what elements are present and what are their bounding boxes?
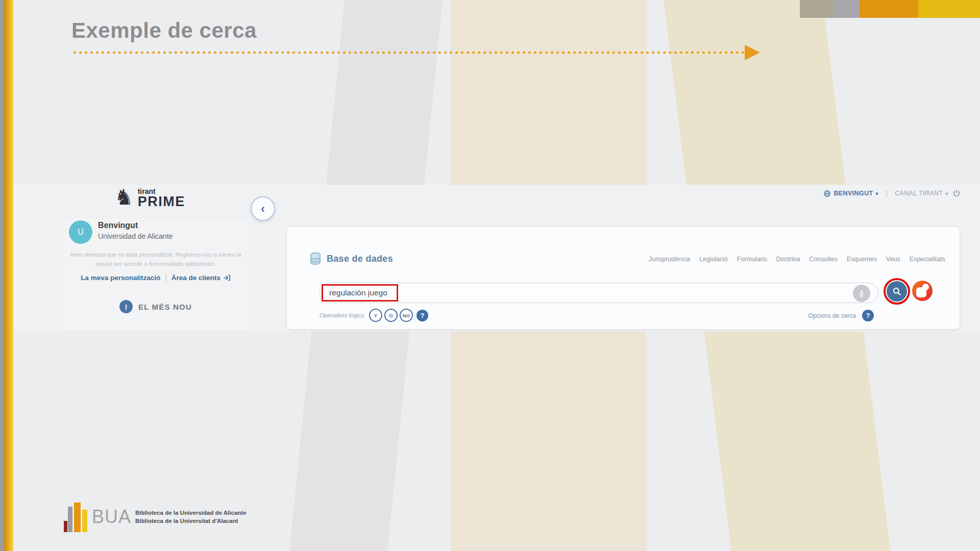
new-badge-icon: !	[119, 300, 133, 313]
bua-library-logo: BUA Biblioteca de la Universidad de Alic…	[63, 503, 247, 533]
knight-logo-icon: ♞	[114, 186, 134, 209]
power-icon	[952, 189, 961, 197]
microphone-icon	[857, 289, 866, 297]
annotation-box-query	[322, 284, 398, 302]
clients-area-link[interactable]: Àrea de clients	[172, 274, 231, 282]
my-personalization-link[interactable]: La meva personalització	[81, 274, 160, 282]
avatar-letter: U	[78, 228, 84, 237]
nav-item-doctrina[interactable]: Doctrina	[776, 256, 800, 263]
arrow-head-icon	[745, 45, 760, 60]
search-bar	[320, 283, 878, 303]
nav-item-consultes[interactable]: Consultes	[809, 256, 838, 263]
nav-item-jurisprudencia[interactable]: Jurisprudència	[649, 256, 690, 263]
personalization-notice: Hem detectat que no està personalitzat. …	[65, 251, 247, 269]
login-icon	[223, 274, 231, 282]
chevron-down-icon: ▾	[876, 191, 878, 196]
search-options-row: Opcions de cerca ?	[808, 310, 874, 321]
whats-new-label: EL MÉS NOU	[138, 303, 192, 311]
page-title: Exemple de cerca	[71, 18, 257, 43]
canal-tirant-label: CANAL TIRANT	[895, 190, 943, 197]
user-links-row: La meva personalització | Àrea de client…	[62, 273, 249, 282]
collapse-panel-button[interactable]: ‹	[251, 196, 275, 221]
card-title-row: Base de dades	[309, 252, 393, 265]
clients-area-label: Àrea de clients	[172, 274, 220, 282]
bua-line-catalan: Biblioteca de la Universitat d'Alacant	[135, 517, 247, 525]
left-edge-bar-gray	[0, 0, 4, 551]
brand-name-big: PRIME	[138, 195, 185, 208]
chevron-down-icon: ▾	[946, 191, 948, 196]
database-icon	[309, 252, 322, 265]
operator-no-button[interactable]: NO	[400, 309, 413, 322]
power-button[interactable]	[952, 189, 961, 197]
nav-item-veus[interactable]: Veus	[886, 256, 900, 263]
card-title: Base de dades	[327, 254, 393, 264]
whats-new-button[interactable]: ! EL MÉS NOU	[62, 300, 249, 313]
nav-item-legislacio[interactable]: Legislació	[699, 256, 728, 263]
welcome-text: Benvingut	[98, 221, 138, 230]
nav-item-especialitats[interactable]: Especialitats	[910, 256, 945, 263]
language-menu[interactable]: BENVINGUT ▾	[823, 190, 878, 197]
content-type-nav: Jurisprudència Legislació Formularis Doc…	[649, 256, 945, 263]
operators-label: Operadors lògics	[320, 312, 364, 318]
user-avatar: U	[69, 220, 92, 244]
nav-item-formularis[interactable]: Formularis	[737, 256, 767, 263]
topbar-divider: |	[886, 189, 888, 198]
topbar-right: BENVINGUT ▾ | CANAL TIRANT ▾	[823, 188, 961, 199]
database-search-card: Base de dades Jurisprudència Legislació …	[286, 226, 960, 330]
organization-name: Universidad de Alicante	[98, 232, 173, 240]
slide-canvas: Exemple de cerca ♞ tirant PRIME ‹ BENVIN…	[0, 0, 980, 551]
corner-block-tan	[800, 0, 834, 18]
language-menu-label: BENVINGUT	[834, 190, 873, 197]
operator-o-button[interactable]: O	[384, 309, 398, 322]
voice-search-button[interactable]	[853, 285, 870, 302]
chevron-left-icon: ‹	[261, 202, 265, 216]
globe-icon	[823, 190, 831, 197]
corner-block-orange	[860, 0, 918, 18]
bua-line-spanish: Biblioteca de la Universidad de Alicante	[135, 509, 247, 517]
user-welcome-panel: U Benvingut Universidad de Alicante Hem …	[62, 218, 249, 331]
links-divider: |	[165, 273, 167, 282]
bua-library-names: Biblioteca de la Universidad de Alicante…	[135, 509, 247, 533]
assistant-button[interactable]	[912, 281, 933, 301]
corner-block-yellow	[918, 0, 980, 18]
nav-item-esquemes[interactable]: Esquemes	[847, 256, 877, 263]
canal-tirant-menu[interactable]: CANAL TIRANT ▾	[895, 190, 948, 197]
bua-books-icon	[63, 503, 90, 533]
operators-help-icon[interactable]: ?	[416, 310, 428, 321]
dotted-arrow-line	[72, 51, 745, 54]
annotation-ring-search-button	[884, 278, 910, 305]
search-options-help-icon[interactable]: ?	[862, 310, 874, 321]
left-edge-bar-orange	[4, 0, 13, 551]
operator-y-button[interactable]: Y	[369, 309, 382, 322]
corner-block-gray	[834, 0, 860, 18]
logic-operators-row: Operadors lògics Y O NO ?	[320, 309, 428, 322]
bua-acronym: BUA	[92, 507, 131, 533]
tirant-prime-logo: ♞ tirant PRIME	[114, 186, 185, 209]
search-options-link[interactable]: Opcions de cerca	[808, 312, 856, 319]
